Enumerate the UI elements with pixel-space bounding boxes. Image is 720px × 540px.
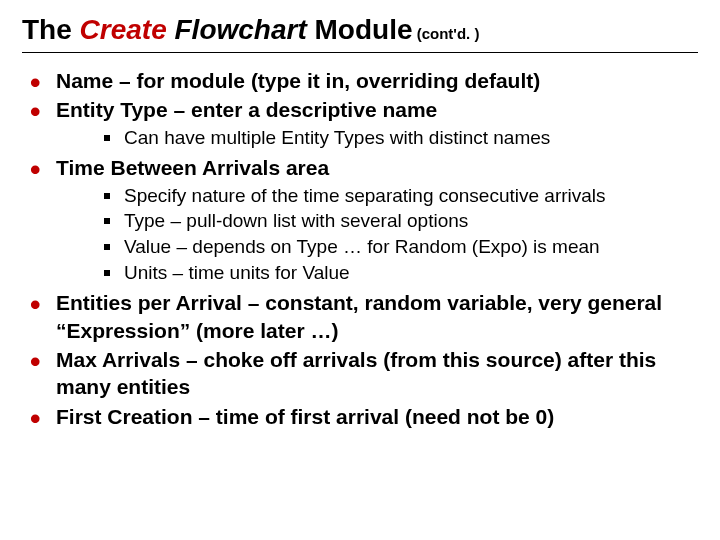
list-item: Name – for module (type it in, overridin… — [22, 67, 698, 94]
list-item: Entities per Arrival – constant, random … — [22, 289, 698, 344]
sub-item: Value – depends on Type … for Random (Ex… — [56, 235, 698, 260]
list-item: Max Arrivals – choke off arrivals (from … — [22, 346, 698, 401]
sub-item: Units – time units for Value — [56, 261, 698, 286]
title-flowchart: Flowchart — [167, 14, 315, 45]
sub-item: Can have multiple Entity Types with dist… — [56, 126, 698, 151]
sub-list: Can have multiple Entity Types with dist… — [56, 126, 698, 151]
bullet-text: Entities per Arrival – constant, random … — [56, 291, 662, 341]
list-item: First Creation – time of first arrival (… — [22, 403, 698, 430]
title-create: Create — [80, 14, 167, 45]
title-contd: (cont'd. ) — [413, 25, 480, 42]
list-item: Entity Type – enter a descriptive name C… — [22, 96, 698, 150]
bullet-list: Name – for module (type it in, overridin… — [22, 67, 698, 430]
slide-title: The Create Flowchart Module (cont'd. ) — [22, 14, 698, 53]
sub-item: Specify nature of the time separating co… — [56, 184, 698, 209]
bullet-text: Name – for module (type it in, overridin… — [56, 69, 540, 92]
bullet-text: Time Between Arrivals area — [56, 156, 329, 179]
sub-item: Type – pull-down list with several optio… — [56, 209, 698, 234]
bullet-text: Entity Type – enter a descriptive name — [56, 98, 437, 121]
list-item: Time Between Arrivals area Specify natur… — [22, 154, 698, 285]
bullet-text: First Creation – time of first arrival (… — [56, 405, 554, 428]
bullet-text: Max Arrivals – choke off arrivals (from … — [56, 348, 656, 398]
sub-list: Specify nature of the time separating co… — [56, 184, 698, 286]
title-module: Module — [315, 14, 413, 45]
title-prefix: The — [22, 14, 80, 45]
